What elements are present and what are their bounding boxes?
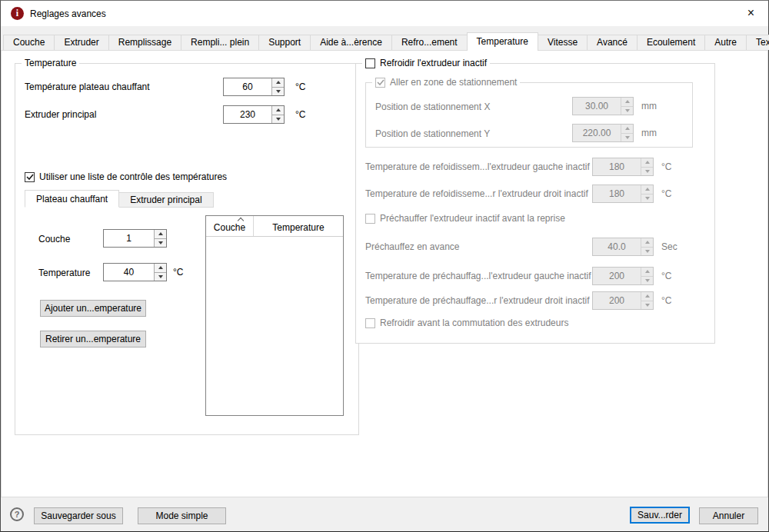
spin-down-icon[interactable] — [621, 134, 633, 142]
preheat-left-unit: °C — [661, 267, 671, 285]
spin-down-icon[interactable] — [641, 195, 653, 203]
spin-buttons — [621, 98, 633, 115]
bed-temperature-unit: °C — [295, 78, 305, 96]
spin-up-icon[interactable] — [641, 268, 653, 277]
spin-up-icon[interactable] — [155, 230, 166, 239]
preheat-time-spinner[interactable]: 40.0 — [592, 238, 654, 256]
park-zone-checkbox[interactable] — [375, 78, 385, 88]
cool-inactive-extruder-checkbox[interactable] — [365, 58, 375, 68]
main-extruder-label: Extruder principal — [25, 109, 96, 120]
preheat-time-label: Préchauffez en avance — [365, 241, 460, 252]
park-x-spinner[interactable]: 30.00 — [572, 97, 634, 115]
list-temperature-spinner[interactable]: 40 — [103, 263, 167, 281]
spin-down-icon[interactable] — [155, 239, 166, 248]
spin-buttons — [271, 106, 284, 123]
park-x-label: Position de stationnement X — [375, 101, 490, 112]
spin-buttons — [641, 158, 653, 175]
temperature-group-label: Temperature — [25, 58, 76, 68]
cool-before-switch-checkbox[interactable]: Refroidir avant la commutation des extru… — [365, 318, 568, 328]
spin-down-icon[interactable] — [641, 301, 653, 310]
tab-avance[interactable]: Avancé — [587, 35, 638, 50]
remove-temperature-button[interactable]: Retirer un...emperature — [40, 331, 146, 347]
tab-couche[interactable]: Couche — [3, 35, 55, 50]
preheat-inactive-checkbox[interactable]: Préchauffer l'extrudeur inactif avant la… — [365, 213, 565, 224]
temperature-groupbox: Temperature Température plateau chauffan… — [15, 63, 359, 435]
spin-down-icon[interactable] — [155, 273, 166, 281]
preheat-left-spinner[interactable]: 200 — [592, 267, 654, 285]
tab-remplissage-plein[interactable]: Rempli... plein — [181, 35, 259, 50]
layer-label: Couche — [38, 234, 70, 244]
subtab-extruder-principal[interactable]: Extruder principal — [118, 192, 213, 208]
cool-left-label: Temperature de refoidissem...l'extrudeur… — [365, 161, 590, 172]
column-header-temperature[interactable]: Temperature — [254, 216, 343, 236]
list-temperature-label: Temperature — [38, 268, 90, 278]
spin-down-icon[interactable] — [621, 107, 633, 115]
tab-temperature[interactable]: Temperature — [467, 32, 538, 51]
spin-up-icon[interactable] — [621, 98, 633, 107]
spin-buttons — [154, 264, 166, 281]
park-y-spinner[interactable]: 220.00 — [572, 124, 634, 142]
tab-aide-adherence[interactable]: Aide à...èrence — [310, 35, 392, 50]
help-icon[interactable]: ? — [10, 507, 24, 521]
bed-temperature-spinner[interactable]: 60 — [223, 78, 285, 96]
park-x-value: 30.00 — [573, 98, 621, 115]
checkbox-unchecked-icon[interactable] — [365, 214, 375, 224]
tab-autre[interactable]: Autre — [704, 35, 747, 50]
spin-down-icon[interactable] — [272, 88, 284, 96]
checkbox-checked-icon[interactable] — [25, 172, 35, 182]
spin-buttons — [641, 185, 653, 202]
tab-remplissage[interactable]: Remplissage — [108, 35, 181, 50]
park-y-unit: mm — [641, 124, 657, 142]
spin-up-icon[interactable] — [641, 158, 653, 168]
table-header: Couche Temperature — [206, 216, 343, 237]
spin-buttons — [271, 78, 284, 95]
cool-right-spinner[interactable]: 180 — [592, 185, 654, 203]
cool-before-switch-label: Refroidir avant la commutation des extru… — [380, 318, 568, 328]
spin-up-icon[interactable] — [621, 125, 633, 134]
advanced-settings-dialog: i Reglages avances × Couche Extruder Rem… — [0, 0, 769, 532]
spin-buttons — [621, 125, 633, 141]
spin-up-icon[interactable] — [641, 238, 653, 248]
save-as-button[interactable]: Sauvegarder sous — [34, 507, 123, 524]
spin-down-icon[interactable] — [272, 115, 284, 124]
preheat-right-spinner[interactable]: 200 — [592, 291, 654, 310]
cool-right-label: Temperature de refoidisseme...r l'extrud… — [365, 188, 588, 199]
cancel-button[interactable]: Annuler — [699, 507, 758, 524]
spin-up-icon[interactable] — [641, 292, 653, 301]
layer-spinner[interactable]: 1 — [103, 229, 167, 248]
preheat-right-unit: °C — [661, 291, 671, 310]
spin-down-icon[interactable] — [641, 277, 653, 285]
tab-extruder[interactable]: Extruder — [54, 35, 108, 50]
preheat-time-value: 40.0 — [593, 238, 641, 255]
use-temperature-list-checkbox[interactable]: Utiliser une liste de contrôle des tempé… — [25, 171, 227, 182]
spin-down-icon[interactable] — [641, 168, 653, 176]
add-temperature-button[interactable]: Ajouter un...emperature — [40, 300, 146, 317]
spin-up-icon[interactable] — [155, 264, 166, 273]
temperature-list-table[interactable]: Couche Temperature — [205, 215, 344, 416]
park-y-label: Position de stationnement Y — [375, 128, 490, 139]
park-y-value: 220.00 — [573, 125, 621, 141]
tab-refroidissement[interactable]: Refro...ement — [391, 35, 468, 50]
spin-down-icon[interactable] — [641, 248, 653, 256]
spin-up-icon[interactable] — [272, 106, 284, 115]
cool-right-unit: °C — [661, 185, 671, 203]
column-header-couche[interactable]: Couche — [206, 216, 254, 236]
spin-up-icon[interactable] — [272, 78, 284, 88]
temperature-tab-panel: Temperature Température plateau chauffan… — [1, 50, 768, 497]
app-logo-icon: i — [11, 7, 24, 20]
list-temperature-unit: °C — [173, 263, 183, 281]
tab-support[interactable]: Support — [258, 35, 311, 50]
tab-texture[interactable]: Texture — [746, 35, 769, 50]
tab-vitesse[interactable]: Vitesse — [538, 35, 588, 50]
save-button[interactable]: Sauv...rder — [630, 507, 690, 524]
close-icon[interactable]: × — [734, 1, 768, 25]
main-extruder-spinner[interactable]: 230 — [223, 105, 285, 124]
checkbox-unchecked-icon[interactable] — [365, 318, 375, 328]
subtab-plateau-chauffant[interactable]: Plateau chauffant — [25, 190, 119, 208]
tab-ecoulement[interactable]: Ecoulement — [637, 35, 705, 50]
spin-up-icon[interactable] — [641, 185, 653, 195]
temperature-group-title: Temperature — [22, 58, 79, 68]
cool-left-spinner[interactable]: 180 — [592, 158, 654, 176]
simple-mode-button[interactable]: Mode simple — [138, 507, 226, 524]
layer-value: 1 — [104, 230, 154, 247]
